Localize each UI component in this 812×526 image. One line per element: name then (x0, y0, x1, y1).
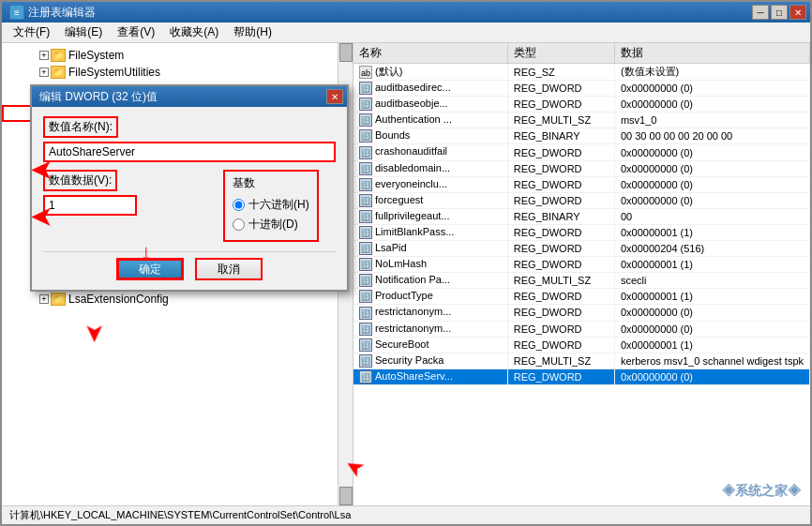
dec-radio-label: 十进制(D) (233, 217, 309, 233)
table-row[interactable]: 🔢Security Packa REG_MULTI_SZ kerberos ms… (353, 353, 810, 368)
dialog-buttons: 确定 取消 (43, 251, 336, 280)
value-type: REG_SZ (507, 64, 614, 81)
value-type: REG_DWORD (507, 337, 614, 353)
value-name: 🔢SecureBoot (353, 337, 507, 353)
value-type: REG_DWORD (507, 257, 614, 273)
hex-radio[interactable] (233, 199, 245, 211)
menu-favorites[interactable]: 收藏夹(A) (162, 23, 226, 42)
value-data: 0x00000000 (0) (614, 97, 809, 113)
data-base-row: 数值数据(V): 基数 十六进制(H) 十进制(D) (43, 170, 336, 242)
value-name: 🔢Notification Pa... (353, 273, 507, 289)
status-bar: 计算机\HKEY_LOCAL_MACHINE\SYSTEM\CurrentCon… (2, 505, 810, 524)
value-name: 🔢LsaPid (353, 241, 507, 257)
value-data: 0x00000000 (0) (614, 321, 809, 337)
value-name: 🔢everyoneinclu... (353, 176, 507, 192)
value-type: REG_DWORD (507, 97, 614, 113)
table-row[interactable]: 🔢fullprivilegeaut... REG_BINARY 00 (353, 208, 810, 224)
table-row[interactable]: 🔢auditbasedirec... REG_DWORD 0x00000000 … (353, 81, 810, 97)
value-icon: 🔢 (359, 258, 372, 271)
value-type: REG_MULTI_SZ (507, 113, 614, 128)
table-row[interactable]: 🔢LsaPid REG_DWORD 0x00000204 (516) (353, 241, 810, 257)
col-header-type: 类型 (507, 43, 614, 64)
table-row[interactable]: 🔢crashonauditfail REG_DWORD 0x00000000 (… (353, 144, 810, 160)
table-row[interactable]: 🔢AutoShareServ... REG_DWORD 0x00000000 (… (353, 368, 810, 384)
col-header-data: 数据 (614, 43, 809, 64)
value-type: REG_DWORD (507, 224, 614, 240)
name-field-group: 数值名称(N): (43, 116, 336, 162)
table-row[interactable]: 🔢Authentication ... REG_MULTI_SZ msv1_0 (353, 113, 810, 128)
base-label: 基数 (233, 175, 309, 191)
table-row[interactable]: 🔢restrictanonym... REG_DWORD 0x00000000 … (353, 321, 810, 337)
value-data: 0x00000001 (1) (614, 289, 809, 305)
watermark: ◈系统之家◈ (722, 483, 801, 500)
menu-help[interactable]: 帮助(H) (226, 23, 279, 42)
table-row[interactable]: 🔢NoLmHash REG_DWORD 0x00000001 (1) (353, 257, 810, 273)
value-icon: 🔢 (359, 113, 372, 127)
confirm-button[interactable]: 确定 (116, 258, 184, 280)
table-row[interactable]: 🔢disabledomain... REG_DWORD 0x00000000 (… (353, 160, 810, 176)
hex-label: 十六进制(H) (248, 197, 309, 213)
value-name: ab(默认) (353, 64, 507, 81)
values-panel[interactable]: 名称 类型 数据 ab(默认) REG_SZ (数值未设置) 🔢auditbas… (353, 43, 810, 505)
dialog-title-bar: 编辑 DWORD (32 位)值 ✕ (32, 86, 347, 107)
value-name: 🔢Security Packa (353, 353, 507, 368)
table-row[interactable]: 🔢LimitBlankPass... REG_DWORD 0x00000001 … (353, 224, 810, 240)
value-icon: 🔢 (359, 290, 372, 303)
tree-item-filesystem[interactable]: + 📁 FileSystem (2, 47, 353, 64)
table-row[interactable]: ab(默认) REG_SZ (数值未设置) (353, 64, 810, 81)
dialog-close-button[interactable]: ✕ (326, 89, 343, 104)
menu-edit[interactable]: 编辑(E) (57, 23, 110, 42)
value-icon: 🔢 (359, 178, 372, 191)
expand-icon-filesystemutilities[interactable]: + (39, 68, 49, 77)
table-row[interactable]: 🔢auditbaseobje... REG_DWORD 0x00000000 (… (353, 97, 810, 113)
value-icon: 🔢 (359, 242, 372, 255)
tree-item-lsaextensionconfig[interactable]: + 📁 LsaExtensionConfig (2, 291, 353, 308)
expand-icon-lsaextensionconfig[interactable]: + (39, 294, 49, 304)
value-icon: 🔢 (359, 162, 372, 175)
value-type: REG_DWORD (507, 241, 614, 257)
tree-item-filesystemutilities[interactable]: + 📁 FileSystemUtilities (2, 64, 353, 81)
value-icon: 🔢 (359, 82, 372, 95)
table-row[interactable]: 🔢restrictanonym... REG_DWORD 0x00000000 … (353, 305, 810, 321)
value-name: 🔢ProductType (353, 289, 507, 305)
value-icon: 🔢 (359, 194, 372, 207)
folder-icon-filesystemutilities: 📁 (51, 66, 66, 79)
value-icon: 🔢 (359, 323, 372, 336)
table-row[interactable]: 🔢everyoneinclu... REG_DWORD 0x00000000 (… (353, 176, 810, 192)
value-section: 数值数据(V): (43, 170, 212, 216)
dec-label: 十进制(D) (248, 217, 298, 233)
value-type: REG_DWORD (507, 160, 614, 176)
col-header-name: 名称 (353, 43, 507, 64)
menu-view[interactable]: 查看(V) (110, 23, 162, 42)
minimize-button[interactable]: ─ (752, 5, 769, 20)
close-button[interactable]: ✕ (789, 5, 806, 20)
expand-icon-filesystem[interactable]: + (39, 51, 49, 60)
cancel-button[interactable]: 取消 (195, 258, 263, 280)
values-table: 名称 类型 数据 ab(默认) REG_SZ (数值未设置) 🔢auditbas… (353, 43, 810, 385)
value-icon: 🔢 (359, 338, 372, 352)
value-type: REG_DWORD (507, 144, 614, 160)
value-icon: 🔢 (359, 370, 372, 383)
value-data: 0x00000000 (0) (614, 368, 809, 384)
table-row[interactable]: 🔢Bounds REG_BINARY 00 30 00 00 00 20 00 … (353, 128, 810, 144)
value-name: 🔢Authentication ... (353, 113, 507, 128)
value-name: 🔢NoLmHash (353, 257, 507, 273)
table-row[interactable]: 🔢forceguest REG_DWORD 0x00000000 (0) (353, 192, 810, 208)
menu-file[interactable]: 文件(F) (6, 23, 57, 42)
table-row[interactable]: 🔢SecureBoot REG_DWORD 0x00000001 (1) (353, 337, 810, 353)
table-row[interactable]: 🔢ProductType REG_DWORD 0x00000001 (1) (353, 289, 810, 305)
window-title: 注册表编辑器 (28, 5, 96, 21)
value-name: 🔢fullprivilegeaut... (353, 208, 507, 224)
value-name: 🔢disabledomain... (353, 160, 507, 176)
table-row[interactable]: 🔢Notification Pa... REG_MULTI_SZ scecli (353, 273, 810, 289)
value-icon: 🔢 (359, 274, 372, 287)
value-icon: ab (359, 66, 372, 79)
status-path: 计算机\HKEY_LOCAL_MACHINE\SYSTEM\CurrentCon… (9, 508, 351, 522)
data-input[interactable] (43, 195, 137, 216)
name-input[interactable] (43, 142, 336, 162)
maximize-button[interactable]: □ (771, 5, 788, 20)
edit-dword-dialog[interactable]: 编辑 DWORD (32 位)值 ✕ 数值名称(N): 数值数据(V): 基数 … (30, 84, 349, 292)
dec-radio[interactable] (233, 218, 245, 231)
value-icon: 🔢 (359, 98, 372, 111)
value-data: 0x00000000 (0) (614, 144, 809, 160)
